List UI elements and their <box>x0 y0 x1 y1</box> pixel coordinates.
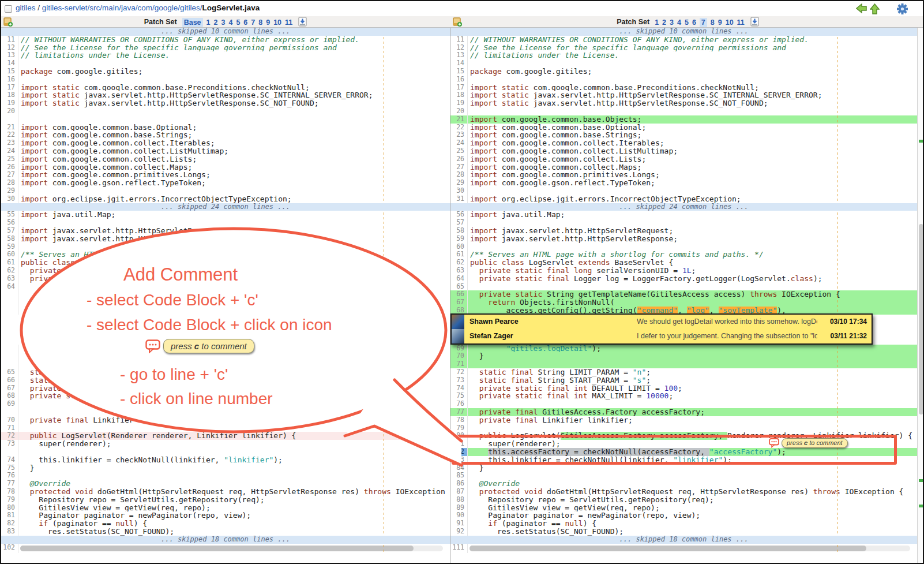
code-text[interactable]: import com.google.common.base.Objects; <box>468 115 917 124</box>
code-text[interactable]: import static javax.servlet.http.HttpSer… <box>468 99 917 107</box>
code-line[interactable]: 81 Paginator paginator = newPaginator(re… <box>1 511 450 520</box>
code-text[interactable]: import com.google.common.collect.Lists; <box>18 155 450 163</box>
code-line[interactable]: 12// See the License for the specific la… <box>450 44 917 52</box>
line-number[interactable]: 58 <box>1 235 18 243</box>
code-text[interactable]: import com.google.gson.reflect.TypeToken… <box>468 179 917 187</box>
code-line[interactable]: 75 private static final int MAX_LIMIT = … <box>450 392 917 400</box>
file-comment-icon[interactable] <box>3 17 13 27</box>
code-text[interactable] <box>18 448 450 456</box>
code-line[interactable]: 27import com.google.common.primitives.Lo… <box>1 171 450 179</box>
code-text[interactable]: @Override <box>18 480 450 488</box>
code-line[interactable]: 64 private static final Logger log = Log… <box>450 275 917 283</box>
line-number[interactable]: 78 <box>1 488 18 496</box>
code-line[interactable]: 83 this.linkifier = checkNotNull(linkifi… <box>450 456 917 464</box>
code-text[interactable]: Paginator paginator = newPaginator(repo,… <box>468 511 917 520</box>
code-line[interactable]: 22import com.google.common.base.Strings; <box>1 131 450 139</box>
line-number[interactable]: 84 <box>450 464 468 472</box>
code-text[interactable]: import javax.servlet.http.HttpServletReq… <box>18 227 450 235</box>
code-line[interactable]: 27import com.google.common.collect.Maps; <box>450 163 917 171</box>
line-number[interactable]: 66 <box>450 290 468 298</box>
line-number[interactable]: 20 <box>450 107 468 115</box>
code-line[interactable]: 25import com.google.common.collect.Lists… <box>1 155 450 163</box>
code-line[interactable]: 90 Paginator paginator = newPaginator(re… <box>450 511 917 520</box>
code-line[interactable]: 19import static javax.servlet.http.HttpS… <box>1 99 450 107</box>
skipped-lines-banner[interactable]: ... skipped 10 common lines ... <box>450 28 917 36</box>
patchset-link[interactable]: 6 <box>243 18 247 27</box>
code-line[interactable]: 73 super(renderer); <box>1 440 450 448</box>
code-line[interactable]: 74 this.linkifier = checkNotNull(linkifi… <box>1 456 450 464</box>
code-line[interactable]: 30import org.eclipse.jgit.errors.Incorre… <box>1 195 450 203</box>
patchset-link[interactable]: 8 <box>258 18 262 27</box>
code-text[interactable]: /** Serves an HTML page with a shortlog … <box>18 251 450 259</box>
code-line[interactable]: 65 static final String LIMIT_PARAM = "n"… <box>1 368 450 376</box>
code-line[interactable]: 71 <box>1 424 450 432</box>
line-number[interactable]: 63 <box>1 275 18 283</box>
download-patch-icon[interactable] <box>298 17 307 27</box>
code-text[interactable]: GitilesView view = getView(req, repo); <box>18 504 450 512</box>
code-text[interactable]: import static com.google.common.base.Pre… <box>18 84 450 92</box>
patchset-link[interactable]: 9 <box>718 18 722 27</box>
line-number[interactable]: 60 <box>1 251 18 259</box>
download-patch-icon[interactable] <box>750 17 759 27</box>
code-text[interactable]: import javax.servlet.http.HttpServletReq… <box>468 227 917 235</box>
code-line[interactable]: 20 <box>450 107 917 115</box>
line-number[interactable]: 65 <box>1 368 18 376</box>
code-text[interactable]: // See the License for the specific lang… <box>468 44 917 52</box>
code-line[interactable]: 85 <box>450 472 917 480</box>
line-number[interactable] <box>1 298 18 307</box>
code-line[interactable]: 14 <box>450 59 917 68</box>
patchset-link[interactable]: 2 <box>662 18 666 27</box>
code-line[interactable]: 70 private final Linkifier linkifier; <box>1 416 450 424</box>
line-number[interactable]: 80 <box>1 504 18 512</box>
code-text[interactable]: public class LogServlet extends BaseServ… <box>18 259 450 267</box>
line-number[interactable]: 23 <box>450 131 468 139</box>
line-number[interactable]: 27 <box>1 171 18 179</box>
line-number[interactable]: 87 <box>450 488 468 496</box>
code-text[interactable]: res.setStatus(SC_NOT_FOUND); <box>468 528 917 536</box>
code-text[interactable]: // WITHOUT WARRANTIES OR CONDITIONS OF A… <box>468 36 917 44</box>
code-text[interactable]: super(renderer); <box>18 440 450 448</box>
line-number[interactable]: 27 <box>450 163 468 171</box>
line-number[interactable] <box>1 290 18 298</box>
code-line[interactable]: 17import static com.google.common.base.P… <box>1 84 450 92</box>
code-line[interactable]: 67 return Objects.firstNonNull( <box>450 298 917 307</box>
code-line[interactable]: 25import com.google.common.collect.ListM… <box>450 147 917 155</box>
code-text[interactable] <box>18 59 450 68</box>
code-line[interactable]: 74 private static final int DEFAULT_LIMI… <box>450 384 917 393</box>
line-number[interactable]: 17 <box>1 84 18 92</box>
code-text[interactable]: package com.google.gitiles; <box>468 68 917 76</box>
code-text[interactable]: @Override <box>468 480 917 488</box>
code-line[interactable]: 57import javax.servlet.http.HttpServletR… <box>1 227 450 235</box>
code-text[interactable] <box>18 219 450 227</box>
line-number[interactable]: 65 <box>450 283 468 291</box>
code-text[interactable]: import com.google.gson.reflect.TypeToken… <box>18 179 450 187</box>
breadcrumb-repo-link[interactable]: gitiles <box>16 3 36 12</box>
line-number[interactable]: 55 <box>1 211 18 219</box>
code-line[interactable]: 77 private final GitilesAccess.Factory a… <box>450 408 917 416</box>
skipped-lines-banner[interactable]: ... skipped 24 common lines ... <box>450 203 917 211</box>
line-number[interactable]: 23 <box>1 139 18 147</box>
code-text[interactable] <box>18 243 450 251</box>
line-number[interactable]: 25 <box>1 155 18 163</box>
code-line[interactable]: 21import com.google.common.base.Optional… <box>1 124 450 132</box>
code-line[interactable]: 72 public LogServlet(Renderer renderer, … <box>1 432 450 440</box>
code-line[interactable]: 29import com.google.gson.reflect.TypeTok… <box>450 179 917 187</box>
code-text[interactable]: import org.eclipse.jgit.errors.Incorrect… <box>468 195 917 203</box>
code-text[interactable] <box>468 107 917 115</box>
line-number[interactable]: 72 <box>450 368 468 376</box>
line-number[interactable]: 69 <box>450 345 468 353</box>
code-text[interactable] <box>18 345 450 353</box>
code-line[interactable]: 24import com.google.common.collect.Itera… <box>450 139 917 147</box>
skipped-lines-banner[interactable]: ... skipped 18 common lines ... <box>1 536 450 544</box>
line-number[interactable]: 77 <box>1 480 18 488</box>
code-text[interactable]: import static javax.servlet.http.HttpSer… <box>18 91 450 99</box>
patchset-link[interactable]: 10 <box>273 18 281 27</box>
code-text[interactable]: private static final int MAX_LIMIT = 100… <box>468 392 917 400</box>
code-line[interactable]: 69 "gitiles.logDetail"); <box>450 345 917 353</box>
code-text[interactable]: res.setStatus(SC_NOT_FOUND); <box>18 528 450 536</box>
patchset-selected[interactable]: Base <box>182 18 203 27</box>
code-line[interactable]: 28import com.google.common.primitives.Lo… <box>450 171 917 179</box>
line-number[interactable]: 57 <box>1 227 18 235</box>
code-text[interactable]: import java.util.Map; <box>468 211 917 219</box>
code-line[interactable]: 71 <box>450 360 917 368</box>
